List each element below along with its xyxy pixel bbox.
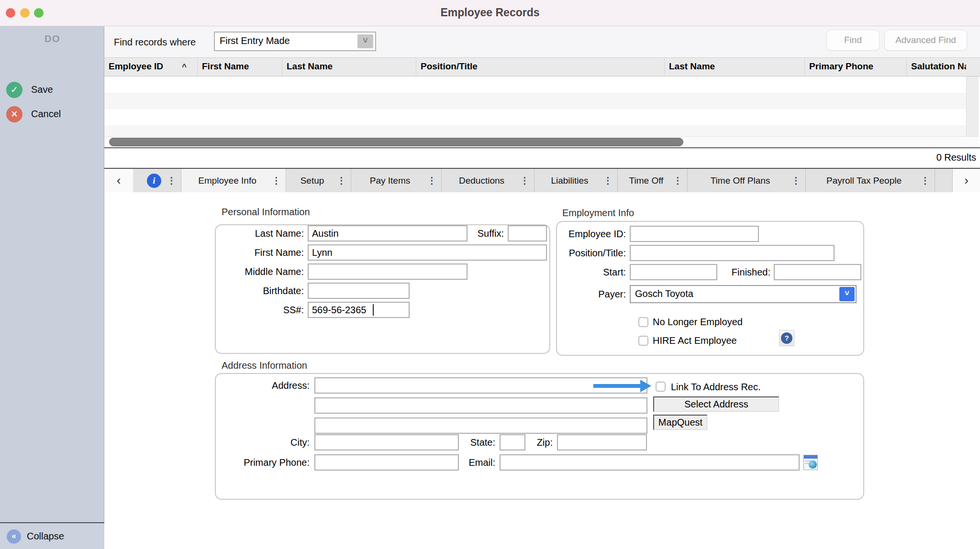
app-window: Employee Records DO ✓ Save ✕ Cancel « Co… xyxy=(0,0,980,549)
help-icon: ? xyxy=(781,332,792,344)
tab-scroll-right-button[interactable]: › xyxy=(953,169,980,192)
sidebar-item-save[interactable]: ✓ Save xyxy=(0,82,104,99)
tab-pay-items[interactable]: Pay Items ⋮ xyxy=(351,169,442,192)
tab-deductions[interactable]: Deductions ⋮ xyxy=(442,169,535,192)
last-name-field[interactable] xyxy=(308,225,468,242)
tab-menu-icon[interactable]: ⋮ xyxy=(272,175,281,186)
pointer-arrow-icon xyxy=(593,384,641,388)
address-label: Address: xyxy=(211,380,310,391)
suffix-label: Suffix: xyxy=(459,228,504,239)
payer-chevron-icon[interactable]: ˅ xyxy=(839,287,855,301)
results-count: 0 Results xyxy=(936,152,976,163)
column-header-last-name-2[interactable]: Last Name xyxy=(665,57,805,77)
tab-menu-icon[interactable]: ⋮ xyxy=(167,175,176,186)
pointer-arrow-head-icon xyxy=(640,380,651,392)
collapse-label: Collapse xyxy=(27,531,64,542)
tab-payroll-tax-people[interactable]: Payroll Tax People ⋮ xyxy=(806,169,935,192)
primary-phone-field[interactable] xyxy=(314,454,459,471)
column-header-first-name[interactable]: First Name xyxy=(198,57,282,77)
position-title-label: Position/Title: xyxy=(530,248,626,259)
start-field[interactable] xyxy=(630,264,717,280)
tab-employee-info[interactable]: Employee Info ⋮ xyxy=(181,169,286,192)
tab-record-info[interactable]: i ⋮ xyxy=(133,169,181,192)
first-name-field[interactable] xyxy=(308,244,547,261)
finished-label: Finished: xyxy=(718,267,770,278)
address-info-title: Address Information xyxy=(222,360,307,371)
birthdate-label: Birthdate: xyxy=(211,285,304,296)
address-line2-field[interactable] xyxy=(314,397,647,414)
tab-menu-icon[interactable]: ⋮ xyxy=(921,175,930,186)
state-label: State: xyxy=(447,437,495,448)
save-check-icon: ✓ xyxy=(6,82,22,98)
column-label: Employee ID xyxy=(109,61,163,71)
horizontal-scrollbar-thumb[interactable] xyxy=(109,138,683,146)
chevron-right-icon: › xyxy=(964,173,969,188)
text-cursor xyxy=(373,304,374,316)
finished-field[interactable] xyxy=(774,264,861,280)
table-row xyxy=(104,125,966,136)
tab-scroll-left-button[interactable]: ‹ xyxy=(104,169,133,192)
email-field[interactable] xyxy=(500,454,800,471)
payer-label: Payer: xyxy=(530,289,626,300)
tab-menu-icon[interactable]: ⋮ xyxy=(427,175,436,186)
employment-info-title: Employment Info xyxy=(562,208,634,219)
web-page-icon[interactable] xyxy=(803,455,818,470)
tab-menu-icon[interactable]: ⋮ xyxy=(791,175,801,186)
tab-label: Payroll Tax People xyxy=(826,176,902,186)
address-line3-field[interactable] xyxy=(314,417,647,434)
employee-id-field[interactable] xyxy=(630,226,759,242)
tab-menu-icon[interactable]: ⋮ xyxy=(673,175,682,186)
dropdown-chevron-icon[interactable]: ˅ xyxy=(357,34,373,48)
middle-name-field[interactable] xyxy=(308,264,468,280)
tab-time-off-plans[interactable]: Time Off Plans ⋮ xyxy=(688,169,806,192)
hire-act-label: HIRE Act Employee xyxy=(653,335,737,346)
middle-name-label: Middle Name: xyxy=(211,266,304,277)
hire-act-help-button[interactable]: ? xyxy=(779,330,794,346)
column-header-salutation[interactable]: Salutation Na xyxy=(907,57,966,77)
web-page-icon-titlebar xyxy=(804,455,817,459)
horizontal-scrollbar-track xyxy=(104,136,979,147)
advanced-find-button[interactable]: Advanced Find xyxy=(884,30,967,51)
email-label: Email: xyxy=(447,457,495,468)
tab-menu-icon[interactable]: ⋮ xyxy=(520,175,529,186)
ssn-field[interactable] xyxy=(308,302,410,318)
sidebar: DO ✓ Save ✕ Cancel « Collapse xyxy=(0,26,104,549)
sidebar-item-cancel[interactable]: ✕ Cancel xyxy=(0,106,104,123)
zip-label: Zip: xyxy=(519,437,553,448)
tab-label: Time Off Plans xyxy=(711,176,770,186)
tab-liabilities[interactable]: Liabilities ⋮ xyxy=(535,169,618,192)
collapse-icon: « xyxy=(7,529,21,544)
tab-label: Liabilities xyxy=(551,176,588,186)
last-name-label: Last Name: xyxy=(211,228,304,239)
personal-info-title: Personal Information xyxy=(222,207,310,218)
tab-menu-icon[interactable]: ⋮ xyxy=(337,175,346,186)
city-field[interactable] xyxy=(314,434,459,450)
no-longer-employed-checkbox[interactable] xyxy=(638,317,648,327)
find-criteria-dropdown[interactable]: First Entry Made ˅ xyxy=(214,32,376,51)
no-longer-employed-label: No Longer Employed xyxy=(653,317,743,328)
start-label: Start: xyxy=(530,267,626,278)
collapse-bar[interactable]: « Collapse xyxy=(0,522,104,549)
tab-stub xyxy=(935,169,953,192)
mapquest-button[interactable]: MapQuest xyxy=(653,415,707,430)
link-to-address-checkbox[interactable] xyxy=(656,382,666,392)
position-title-field[interactable] xyxy=(630,245,835,261)
column-header-position-title[interactable]: Position/Title xyxy=(416,57,665,77)
tab-menu-icon[interactable]: ⋮ xyxy=(603,175,612,186)
payer-value: Gosch Toyota xyxy=(635,288,693,299)
column-header-last-name[interactable]: Last Name xyxy=(282,57,416,77)
select-address-button[interactable]: Select Address xyxy=(653,396,779,412)
tab-setup[interactable]: Setup ⋮ xyxy=(286,169,351,192)
tab-time-off[interactable]: Time Off ⋮ xyxy=(618,169,688,192)
column-header-primary-phone[interactable]: Primary Phone xyxy=(805,57,907,77)
zip-field[interactable] xyxy=(557,434,647,450)
birthdate-field[interactable] xyxy=(308,283,410,299)
hire-act-checkbox[interactable] xyxy=(638,336,648,346)
table-row xyxy=(104,109,966,125)
vertical-scrollbar-track[interactable] xyxy=(966,77,979,136)
payer-dropdown[interactable]: Gosch Toyota ˅ xyxy=(630,285,857,303)
first-name-label: First Name: xyxy=(211,247,304,258)
find-button[interactable]: Find xyxy=(826,30,880,51)
column-header-employee-id[interactable]: Employee ID ^ xyxy=(104,57,198,77)
tab-label: Pay Items xyxy=(370,176,410,186)
